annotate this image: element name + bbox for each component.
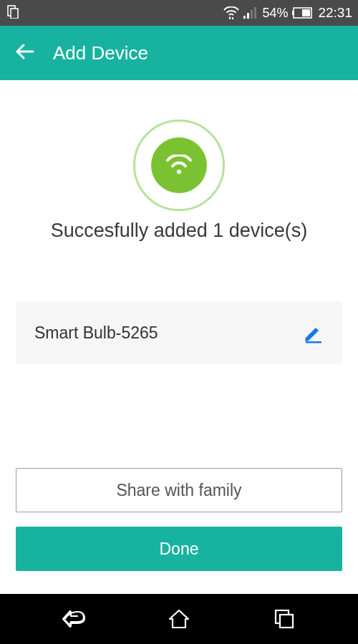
nav-back-icon[interactable]	[52, 609, 95, 629]
wifi-icon	[223, 6, 239, 19]
svg-rect-5	[254, 7, 256, 19]
share-button[interactable]: Share with family	[16, 468, 342, 512]
back-icon[interactable]	[14, 41, 36, 65]
clock: 22:31	[318, 5, 352, 21]
svg-rect-1	[11, 9, 18, 19]
navigation-bar	[0, 594, 358, 644]
device-card: Smart Bulb-5265	[16, 302, 342, 364]
success-indicator	[133, 119, 225, 211]
svg-rect-4	[251, 10, 253, 19]
done-button[interactable]: Done	[16, 527, 342, 571]
svg-rect-7	[292, 11, 294, 15]
battery-icon	[292, 7, 314, 19]
title-bar: Add Device	[0, 26, 358, 80]
device-name-label: Smart Bulb-5265	[34, 323, 158, 343]
svg-rect-12	[280, 615, 293, 628]
nav-home-icon[interactable]	[158, 609, 200, 629]
edit-icon[interactable]	[302, 322, 324, 343]
multi-window-icon	[6, 4, 20, 22]
signal-icon	[243, 7, 258, 19]
nav-recent-icon[interactable]	[263, 609, 306, 629]
svg-point-9	[177, 170, 181, 174]
svg-rect-3	[247, 13, 249, 19]
svg-rect-2	[243, 16, 246, 19]
share-button-label: Share with family	[116, 481, 241, 500]
main-content: Succesfully added 1 device(s) Smart Bulb…	[0, 80, 358, 594]
wifi-success-icon	[151, 137, 207, 193]
success-message: Succesfully added 1 device(s)	[51, 220, 308, 242]
svg-rect-10	[306, 341, 321, 343]
battery-percent: 54%	[262, 6, 288, 21]
page-title: Add Device	[53, 42, 148, 64]
svg-rect-8	[302, 9, 310, 16]
done-button-label: Done	[160, 540, 199, 559]
status-bar: 54% 22:31	[0, 0, 358, 26]
